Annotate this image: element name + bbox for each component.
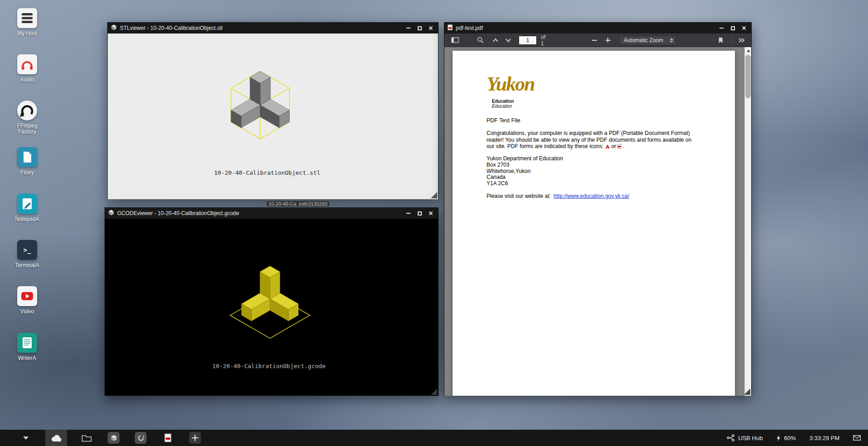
gcode-app-icon xyxy=(108,209,114,217)
pdf-paragraph-period: . xyxy=(623,143,624,149)
desktop-icon-label: TerminalA xyxy=(10,263,44,269)
address-line: Canada xyxy=(486,174,563,181)
taskbar-gcodeviewer-button[interactable] xyxy=(133,430,148,446)
page-count-label: of 1 xyxy=(541,34,549,47)
desktop-icon-video[interactable]: Video xyxy=(10,286,44,315)
resize-grip[interactable] xyxy=(431,192,437,198)
maximize-button[interactable] xyxy=(730,25,736,31)
zoom-out-button[interactable] xyxy=(589,35,599,46)
maximize-button[interactable] xyxy=(416,210,423,216)
minimize-button[interactable] xyxy=(405,210,411,216)
desktop-icon-ffmpeg-factory[interactable]: FFmpeg Factory xyxy=(10,101,44,135)
sidebar-toggle-button[interactable] xyxy=(450,35,460,46)
logo-subtitle-fr: Éducation xyxy=(492,104,512,109)
stl-file-info: 10-20-40-CalibrationObject.stl ../../Des… xyxy=(214,156,420,199)
desktop-icon-filary[interactable]: Filary xyxy=(10,147,44,176)
cloud-icon xyxy=(50,434,62,442)
close-button[interactable] xyxy=(741,25,747,31)
desktop-icon-label: NotepadA xyxy=(10,216,44,222)
stl-app-icon xyxy=(108,432,119,444)
scrollbar-thumb[interactable] xyxy=(745,55,751,98)
taskbar-new-button[interactable] xyxy=(187,430,203,446)
usb-hub-label: USB Hub xyxy=(738,435,763,441)
taskbar-files-button[interactable] xyxy=(79,430,94,446)
terminal-icon: >_ xyxy=(17,240,37,260)
mail-button[interactable] xyxy=(853,435,861,441)
stl-filename: 10-20-40-CalibrationObject.stl xyxy=(214,169,420,176)
zoom-level-select[interactable]: Automatic Zoom xyxy=(619,35,677,45)
minimize-button[interactable] xyxy=(405,25,411,31)
taskbar-pdf-button[interactable] xyxy=(160,430,176,446)
resize-grip[interactable] xyxy=(431,388,437,395)
desktop-icon-label: Filary xyxy=(10,170,44,176)
close-button[interactable] xyxy=(428,210,434,216)
pdf-paragraph-line1: Congratulations, your computer is equipp… xyxy=(486,130,701,137)
desktop: My Host Audio FFmpeg Factory Filary Note… xyxy=(0,0,868,446)
desktop-icon-audio[interactable]: Audio xyxy=(10,54,44,83)
more-tools-chevron-icon[interactable] xyxy=(737,35,747,46)
minimize-button[interactable] xyxy=(718,25,725,31)
headphones-icon xyxy=(17,54,37,74)
desktop-icon-writera[interactable]: WriterA xyxy=(10,333,44,361)
usb-hub-button[interactable]: USB Hub xyxy=(727,434,763,441)
notepad-pencil-icon xyxy=(17,194,37,214)
desktop-icon-my-host[interactable]: My Host xyxy=(10,8,44,37)
gcode-app-icon xyxy=(135,432,147,444)
address-line: Whitehorse,Yukon xyxy=(486,168,563,175)
pdf-visit-line: Please visit our website at:http://www.e… xyxy=(486,193,629,199)
usb-branch-icon xyxy=(727,434,735,441)
power-bolt-icon xyxy=(776,435,781,441)
desktop-icon-terminala[interactable]: >_ TerminalA xyxy=(10,240,44,269)
clock-label: 3:33:29 PM xyxy=(810,435,840,441)
desktop-icon-label: My Host xyxy=(10,31,44,37)
desktop-icon-label: FFmpeg Factory xyxy=(10,123,44,135)
writer-document-icon xyxy=(17,333,37,353)
battery-percent-label: 60% xyxy=(784,435,796,441)
video-play-icon xyxy=(17,286,37,306)
taskbar-collapse-chevron[interactable] xyxy=(18,430,33,446)
pdf-paragraph-or: or xyxy=(611,143,616,149)
next-page-button[interactable] xyxy=(503,35,513,46)
zoom-in-button[interactable] xyxy=(603,35,613,46)
gcode-3d-viewport[interactable]: 10-20-40-CalibrationObject.gcode ../../D… xyxy=(105,219,438,396)
pdf-address-block: Yukon Department of Education Box 2703 W… xyxy=(486,156,563,187)
search-icon[interactable] xyxy=(475,35,485,46)
address-line: Yukon Department of Education xyxy=(486,156,563,162)
computer-icon xyxy=(17,8,37,28)
stl-3d-viewport[interactable]: 10-20-40-CalibrationObject.stl ../../Des… xyxy=(108,34,438,199)
pdf-content-area: Yukon Education Éducation PDF Test File … xyxy=(444,47,751,396)
pdf-paragraph-line2: reader! You should be able to view any o… xyxy=(486,137,701,144)
website-link[interactable]: http://www.education.gov.yk.ca/ xyxy=(553,193,629,199)
recycle-arrows-icon xyxy=(17,101,37,120)
resize-grip[interactable] xyxy=(744,388,750,395)
previous-page-button[interactable] xyxy=(491,35,501,46)
taskbar-stlviewer-button[interactable] xyxy=(106,430,121,446)
desktop-icon-label: Video xyxy=(10,309,44,315)
visit-label: Please visit our website at: xyxy=(486,193,551,199)
stl-titlebar[interactable]: STLviewer - 10-20-40-CalibrationObject.s… xyxy=(108,23,438,34)
taskbar-cloud-button[interactable] xyxy=(45,430,67,446)
pdf-file-icon xyxy=(617,144,621,151)
scroll-up-arrow[interactable] xyxy=(745,47,751,54)
desktop-icon-notepada[interactable]: NotepadA xyxy=(10,194,44,222)
battery-button[interactable]: 60% xyxy=(776,435,796,441)
logo-subtitle-en: Education xyxy=(492,99,514,104)
desktop-file-label: 10-20-40-Ca xyxy=(267,201,298,206)
pdf-titlebar[interactable]: pdf-test.pdf xyxy=(444,23,751,34)
plus-icon xyxy=(189,432,201,444)
clock[interactable]: 3:33:29 PM xyxy=(810,435,840,441)
system-tray: USB Hub 60% 3:33:29 PM xyxy=(727,434,868,441)
vertical-scrollbar[interactable] xyxy=(744,47,751,396)
pdf-toolbar: of 1 Automatic Zoom xyxy=(444,34,751,47)
page-number-input[interactable] xyxy=(519,36,537,45)
stlviewer-window: STLviewer - 10-20-40-CalibrationObject.s… xyxy=(107,22,439,199)
stl-app-icon xyxy=(111,24,117,32)
toolbar-divider xyxy=(733,36,733,44)
chevron-down-icon xyxy=(23,436,29,440)
bookmark-icon[interactable] xyxy=(715,35,725,46)
folder-icon xyxy=(81,434,92,442)
maximize-button[interactable] xyxy=(416,25,423,31)
gcode-titlebar[interactable]: GCODEviewer - 10-20-40-CalibrationObject… xyxy=(105,208,438,219)
zoom-level-value: Automatic Zoom xyxy=(624,37,670,43)
close-button[interactable] xyxy=(428,25,434,31)
